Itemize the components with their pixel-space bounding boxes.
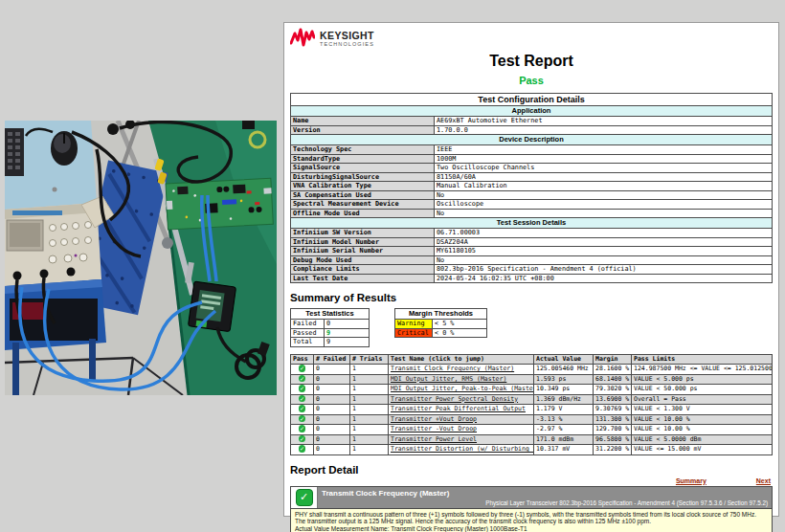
test-name-link[interactable]: Transmitter +Vout Droop xyxy=(391,415,477,423)
test-name-link[interactable]: Transmitter Power Spectral Density xyxy=(391,395,518,403)
failed-count: 0 xyxy=(314,394,350,405)
pass-check-icon: ✓ xyxy=(299,435,306,443)
config-value: MY61180105 xyxy=(435,247,773,256)
detail-titles: Transmit Clock Frequency (Master) Physic… xyxy=(318,487,772,508)
actual-value: 1.179 V xyxy=(534,405,594,415)
trials-count: 1 xyxy=(350,385,389,395)
test-name-link[interactable]: Transmitter -Vout Droop xyxy=(391,425,477,432)
pass-limits: VALUE < 1.300 V xyxy=(632,405,773,415)
margin-value: 31.2200 % xyxy=(594,445,632,455)
col-failed: # Failed xyxy=(314,354,350,365)
next-link[interactable]: Next xyxy=(756,477,771,484)
detail-icon-cell: ✓ xyxy=(291,487,318,508)
actual-value: -2.97 % xyxy=(534,425,594,435)
config-value: 1.70.0.0 xyxy=(435,125,773,135)
config-row: SignalSourceTwo Oscilloscope Channels xyxy=(291,164,773,173)
pass-check-icon: ✓ xyxy=(299,405,306,412)
config-label: Offline Mode Used xyxy=(291,209,435,218)
pass-check-icon: ✓ xyxy=(299,395,306,403)
converter-box xyxy=(188,281,236,332)
margin-value: 28.1600 % xyxy=(594,365,632,375)
pass-limits: VALUE < 50.000 ps xyxy=(632,385,773,395)
detail-test-name: Transmit Clock Frequency (Master) xyxy=(318,487,772,499)
config-row: StandardType1000M xyxy=(291,154,773,164)
detail-nav: Summary Next xyxy=(290,477,771,484)
actual-value: -3.13 % xyxy=(534,414,594,425)
summary-link[interactable]: Summary xyxy=(676,477,706,484)
summary-tables: Test Statistics Failed0 Passed9 Total9 M… xyxy=(290,308,773,347)
table-row: ✓ 0 1 Transmitter Power Level 171.0 mdBm… xyxy=(291,434,773,445)
margin-value: 79.3020 % xyxy=(594,385,632,395)
actual-value: 10.317 mV xyxy=(534,445,594,455)
pass-limits: VALUE < 5.0000 dBm xyxy=(632,434,773,445)
critical-value: < 0 % xyxy=(433,328,487,338)
connector xyxy=(242,121,255,129)
pass-limits: VALUE < 10.00 % xyxy=(632,425,773,435)
test-name-link[interactable]: Transmitter Peak Differential Output xyxy=(391,405,526,412)
table-row: ✓ 0 1 Transmitter Distortion (w/ Disturb… xyxy=(291,445,773,455)
detail-header: ✓ Transmit Clock Frequency (Master) Phys… xyxy=(291,487,772,508)
test-name-link[interactable]: Transmit Clock Frequency (Master) xyxy=(391,365,514,372)
failed-count: 0 xyxy=(314,425,350,435)
failed-count: 0 xyxy=(314,374,350,385)
config-row: Debug Mode UsedNo xyxy=(291,255,773,265)
pass-check-icon: ✓ xyxy=(299,425,306,432)
col-margin: Margin xyxy=(594,354,632,365)
detail-description: PHY shall transmit a continuous pattern … xyxy=(295,511,768,525)
trials-count: 1 xyxy=(350,434,389,445)
actual-value: 1.593 ps xyxy=(534,374,594,385)
report-detail-heading: Report Detail xyxy=(290,464,773,476)
config-value: Oscilloscope xyxy=(435,200,773,210)
table-row: ✓ 0 1 MDI Output Jitter, RMS (Master) 1.… xyxy=(291,374,773,385)
test-name-link[interactable]: MDI Output Jitter, RMS (Master) xyxy=(391,375,506,383)
trials-count: 1 xyxy=(350,445,389,455)
test-statistics-table: Test Statistics Failed0 Passed9 Total9 xyxy=(290,308,370,347)
actual-value: 10.349 ps xyxy=(534,385,594,395)
stats-passed-label: Passed xyxy=(291,328,325,338)
brand-subname: TECHNOLOGIES xyxy=(320,42,374,48)
config-label: Infiniium Model Number xyxy=(291,237,435,247)
col-name: Test Name (click to jump) xyxy=(389,354,534,365)
detail-spec-reference: Physical Layer Transceiver 802.3bp-2016 … xyxy=(318,499,772,508)
col-pass: Pass xyxy=(291,354,314,365)
test-name-link[interactable]: MDI Output Jitter, Peak-to-Peak (Master) xyxy=(391,385,534,392)
critical-badge: Critical xyxy=(395,328,433,338)
config-value: Two Oscilloscope Channels xyxy=(435,164,773,173)
actual-value: 1.369 dBm/Hz xyxy=(534,394,594,405)
keyboard xyxy=(5,128,24,176)
screw xyxy=(53,188,57,192)
config-value: No xyxy=(435,190,773,200)
config-label: Version xyxy=(291,125,435,135)
stats-total-label: Total xyxy=(291,338,325,347)
config-value: 06.71.00003 xyxy=(435,229,773,238)
overall-status: Pass xyxy=(290,75,773,86)
test-name-link[interactable]: Transmitter Power Level xyxy=(391,435,477,443)
trials-count: 1 xyxy=(350,394,389,405)
config-title: Test Configuration Details xyxy=(291,94,773,106)
config-label: Technology Spec xyxy=(291,145,435,155)
brand-name: KEYSIGHT xyxy=(320,31,374,41)
section-header-application: Application xyxy=(291,106,773,117)
oscilloscope xyxy=(5,203,101,286)
results-table: Pass # Failed # Trials Test Name (click … xyxy=(290,354,773,455)
actual-value: 125.005460 MHz xyxy=(534,365,594,375)
desktop-background: { "icons": { "pass_check": "✓" }, "color… xyxy=(0,0,785,532)
pass-limits: VALUE < 5.000 ps xyxy=(632,374,773,385)
config-label: DisturbingSignalSource xyxy=(291,172,435,182)
pass-limits: 124.987500 MHz <= VALUE <= 125.012500 MH… xyxy=(632,365,773,375)
pass-limits: VALUE < 10.00 % xyxy=(632,414,773,425)
failed-count: 0 xyxy=(314,434,350,445)
config-row: Last Test Date2024-05-24 16:02:35 UTC +0… xyxy=(291,274,773,283)
config-row: Technology SpecIEEE xyxy=(291,145,773,155)
col-actual: Actual Value xyxy=(534,354,594,365)
config-value: Manual Calibration xyxy=(435,182,773,191)
config-table: Test Configuration Details Application N… xyxy=(290,93,773,283)
margin-value: 96.5800 % xyxy=(594,434,632,445)
test-name-link[interactable]: Transmitter Distortion (w/ Disturbing Si… xyxy=(391,445,534,453)
results-header-row: Pass # Failed # Trials Test Name (click … xyxy=(291,354,773,365)
config-label: SignalSource xyxy=(291,164,435,173)
config-label: SA Compensation Used xyxy=(291,190,435,200)
table-row: ✓ 0 1 Transmit Clock Frequency (Master) … xyxy=(291,365,773,375)
stats-failed-label: Failed xyxy=(291,320,325,329)
failed-count: 0 xyxy=(314,385,350,395)
